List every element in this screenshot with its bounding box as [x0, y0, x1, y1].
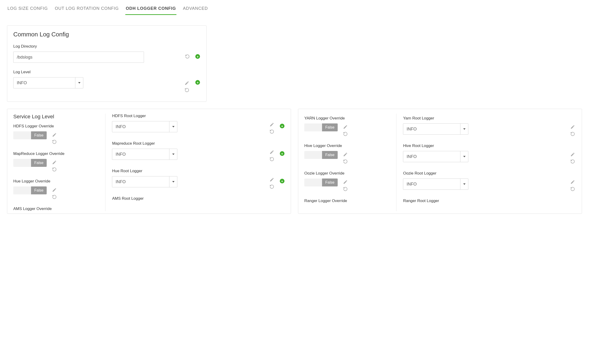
reload-icon[interactable] — [185, 54, 190, 59]
add-override-icon[interactable]: + — [279, 178, 285, 184]
chevron-down-icon — [460, 124, 468, 134]
toggle-false-label: False — [322, 151, 338, 159]
log-level-label: Log Level — [13, 70, 200, 74]
chevron-down-icon — [169, 121, 177, 132]
override-label: Hue Logger Override — [13, 179, 100, 184]
tab-out-rotation[interactable]: OUT LOG ROTATION CONFIG — [54, 5, 119, 15]
root-logger-select[interactable]: INFO — [403, 151, 468, 162]
override-label: YARN Logger Override — [304, 116, 391, 121]
root-logger-block: HDFS Root Logger INFO + — [112, 114, 285, 134]
reload-icon[interactable] — [570, 131, 575, 136]
edit-icon[interactable] — [269, 150, 274, 155]
add-override-icon[interactable]: + — [195, 54, 200, 59]
reload-icon[interactable] — [52, 167, 57, 172]
toggle-false-label: False — [322, 178, 338, 186]
service-log-level-panel-left: Service Log Level HDFS Logger Override F… — [7, 109, 291, 214]
tab-log-size[interactable]: LOG SIZE CONFIG — [7, 5, 48, 15]
edit-icon[interactable] — [343, 124, 348, 130]
override-block: AMS Logger Override — [13, 207, 100, 211]
tab-advanced[interactable]: ADVANCED — [182, 5, 208, 15]
root-logger-block: AMS Root Logger — [112, 196, 285, 201]
reload-icon[interactable] — [269, 184, 274, 189]
root-logger-select[interactable]: INFO — [403, 124, 468, 135]
edit-icon[interactable] — [570, 152, 575, 157]
edit-icon[interactable] — [343, 152, 348, 157]
override-toggle[interactable]: False — [13, 159, 47, 167]
edit-icon[interactable] — [269, 177, 274, 182]
edit-icon[interactable] — [343, 179, 348, 185]
chevron-down-icon — [460, 151, 468, 162]
root-logger-label: Hive Root Logger — [403, 143, 576, 148]
edit-icon[interactable] — [269, 122, 274, 127]
override-label: Hive Logger Override — [304, 143, 391, 148]
toggle-false-label: False — [31, 186, 47, 194]
add-override-icon[interactable]: + — [195, 80, 200, 85]
root-logger-label: Ranger Root Logger — [403, 199, 576, 203]
panel-title: Common Log Config — [13, 31, 200, 38]
root-logger-label: Hue Root Logger — [112, 169, 285, 173]
override-block: Oozie Logger Override False — [304, 171, 391, 192]
root-logger-value: INFO — [112, 152, 169, 157]
override-toggle[interactable]: False — [13, 131, 47, 139]
reload-icon[interactable] — [570, 186, 575, 192]
root-logger-label: AMS Root Logger — [112, 196, 285, 201]
edit-icon[interactable] — [570, 124, 575, 130]
edit-icon[interactable] — [52, 187, 57, 193]
log-directory-label: Log Directory — [13, 44, 200, 49]
root-logger-label: Yarn Root Logger — [403, 116, 576, 121]
override-block: YARN Logger Override False — [304, 116, 391, 136]
root-logger-block: Yarn Root Logger INFO — [403, 116, 576, 136]
root-logger-block: Ranger Root Logger — [403, 199, 576, 203]
reload-icon[interactable] — [52, 194, 57, 200]
root-logger-block: Hue Root Logger INFO + — [112, 169, 285, 189]
edit-icon[interactable] — [570, 179, 575, 185]
reload-icon[interactable] — [343, 186, 348, 192]
edit-icon[interactable] — [52, 132, 57, 137]
chevron-down-icon — [169, 149, 177, 160]
chevron-down-icon — [169, 176, 177, 187]
toggle-true-side — [304, 151, 322, 159]
override-toggle[interactable]: False — [304, 178, 338, 186]
root-logger-value: INFO — [403, 182, 460, 187]
reload-icon[interactable] — [269, 129, 274, 134]
chevron-down-icon — [460, 179, 468, 189]
reload-icon[interactable] — [570, 159, 575, 164]
override-toggle[interactable]: False — [304, 124, 338, 131]
reload-icon[interactable] — [52, 139, 57, 144]
tab-odh-logger[interactable]: ODH LOGGER CONFIG — [125, 5, 176, 15]
toggle-false-label: False — [31, 131, 47, 139]
log-directory-input[interactable] — [13, 52, 144, 63]
service-log-level-panel-right: YARN Logger Override False Hive Logger O… — [298, 109, 582, 214]
override-block: HDFS Logger Override False — [13, 124, 100, 144]
reload-icon[interactable] — [343, 159, 348, 164]
add-override-icon[interactable]: + — [279, 151, 285, 156]
reload-icon[interactable] — [269, 156, 274, 162]
log-level-value: INFO — [13, 80, 75, 85]
root-logger-value: INFO — [403, 154, 460, 159]
reload-icon[interactable] — [343, 131, 348, 136]
toggle-true-side — [13, 131, 31, 139]
common-log-config-panel: Common Log Config Log Directory + Log Le… — [7, 26, 207, 102]
root-logger-label: HDFS Root Logger — [112, 114, 285, 118]
add-override-icon[interactable]: + — [279, 124, 285, 129]
root-logger-value: INFO — [112, 179, 169, 184]
service-log-level-row: Service Log Level HDFS Logger Override F… — [7, 109, 582, 214]
reload-icon[interactable] — [184, 87, 189, 93]
root-logger-label: Mapreduce Root Logger — [112, 141, 285, 146]
override-toggle[interactable]: False — [304, 151, 338, 159]
chevron-down-icon — [75, 78, 83, 88]
toggle-true-side — [304, 124, 322, 131]
toggle-false-label: False — [322, 124, 338, 131]
log-level-select[interactable]: INFO — [13, 77, 83, 88]
root-logger-select[interactable]: INFO — [112, 176, 177, 187]
override-block: MapReduce Logger Override False — [13, 151, 100, 172]
override-toggle[interactable]: False — [13, 186, 47, 194]
override-label: MapReduce Logger Override — [13, 151, 100, 156]
root-logger-select[interactable]: INFO — [112, 149, 177, 160]
panel-title: Service Log Level — [13, 114, 100, 120]
edit-icon[interactable] — [52, 160, 57, 165]
root-logger-select[interactable]: INFO — [403, 178, 468, 190]
edit-icon[interactable] — [184, 80, 189, 86]
override-label: HDFS Logger Override — [13, 124, 100, 129]
root-logger-select[interactable]: INFO — [112, 121, 177, 132]
